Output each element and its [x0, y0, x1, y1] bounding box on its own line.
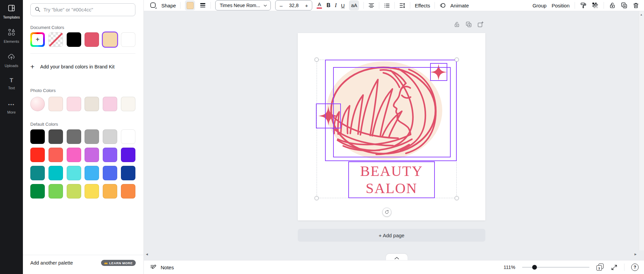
- scroll-right-arrow[interactable]: ▶: [635, 253, 637, 256]
- underline-button[interactable]: U: [341, 3, 345, 8]
- selection-handle-top-right[interactable]: [455, 58, 459, 62]
- italic-button[interactable]: I: [335, 2, 337, 9]
- selection-handle-bottom-right[interactable]: [455, 196, 459, 200]
- color-swatch[interactable]: [67, 166, 81, 180]
- selection-handle-top-left[interactable]: [315, 58, 319, 62]
- color-swatch-black[interactable]: [67, 32, 81, 47]
- color-swatch[interactable]: [85, 129, 99, 144]
- duplicate-page-icon[interactable]: [464, 20, 473, 28]
- add-another-palette-label[interactable]: Add another palette: [30, 260, 73, 266]
- beauty-salon-text[interactable]: BEAUTY SALON: [348, 161, 435, 198]
- color-swatch[interactable]: [85, 184, 99, 199]
- color-swatch-red[interactable]: [85, 32, 99, 47]
- chevron-down-icon: [263, 3, 267, 8]
- color-swatch[interactable]: [49, 166, 63, 180]
- toolbar-separator: [394, 2, 395, 9]
- color-swatch[interactable]: [121, 129, 135, 144]
- animate-icon[interactable]: [439, 2, 446, 9]
- brand-kit-row[interactable]: + Add your brand colors in Brand Kit: [30, 62, 135, 72]
- page-indicator[interactable]: 1: [596, 263, 604, 271]
- scroll-up-arrow[interactable]: ▲: [640, 13, 643, 16]
- color-swatch[interactable]: [30, 166, 45, 180]
- sidebar-item-text[interactable]: T Text: [0, 77, 23, 101]
- lock-icon[interactable]: [609, 2, 616, 9]
- add-page-button[interactable]: + Add page: [298, 229, 485, 242]
- color-search-input[interactable]: [43, 7, 131, 12]
- text-color-bar: [317, 7, 322, 9]
- color-swatch[interactable]: [49, 129, 63, 144]
- font-size-decrease-button[interactable]: –: [276, 3, 287, 8]
- delete-trash-icon[interactable]: [633, 2, 639, 9]
- transparency-icon[interactable]: [592, 2, 599, 9]
- color-swatch[interactable]: [85, 166, 99, 180]
- color-swatch[interactable]: [121, 148, 135, 162]
- group-button[interactable]: Group: [533, 3, 547, 8]
- design-canvas-area[interactable]: ▲ ◀ ▶: [144, 11, 644, 260]
- color-swatch[interactable]: [85, 97, 99, 111]
- color-search-box[interactable]: [30, 3, 135, 16]
- color-swatch[interactable]: [30, 129, 45, 144]
- selection-handle-bottom-left[interactable]: [315, 196, 319, 200]
- text-align-icon[interactable]: [368, 2, 375, 9]
- color-swatch[interactable]: [49, 148, 63, 162]
- rotate-handle[interactable]: [382, 208, 391, 217]
- font-size-increase-button[interactable]: +: [301, 3, 312, 8]
- photo-color-ball[interactable]: [30, 97, 45, 111]
- zoom-slider-knob[interactable]: [532, 265, 537, 270]
- color-swatch[interactable]: [30, 184, 45, 199]
- bullet-list-icon[interactable]: [384, 2, 390, 9]
- color-swatch[interactable]: [103, 148, 117, 162]
- shape-label[interactable]: Shape: [161, 3, 176, 8]
- notes-button[interactable]: Notes: [150, 264, 174, 271]
- lock-page-icon[interactable]: [453, 20, 461, 28]
- color-swatch[interactable]: [30, 148, 45, 162]
- fullscreen-icon[interactable]: [611, 264, 617, 271]
- color-swatch[interactable]: [49, 184, 63, 199]
- color-swatch[interactable]: [67, 97, 81, 111]
- effects-button[interactable]: Effects: [415, 3, 430, 8]
- add-color-button[interactable]: +: [30, 32, 45, 47]
- color-swatch[interactable]: [121, 166, 135, 180]
- color-swatch-peach-selected[interactable]: [103, 32, 117, 47]
- fill-color-button[interactable]: [185, 0, 195, 10]
- zoom-level[interactable]: 111%: [504, 265, 515, 270]
- color-swatch[interactable]: [67, 129, 81, 144]
- zoom-slider[interactable]: [522, 265, 589, 270]
- text-case-button[interactable]: aA: [349, 0, 359, 10]
- color-swatch[interactable]: [121, 184, 135, 199]
- add-page-icon[interactable]: [476, 20, 484, 28]
- vertical-scrollbar[interactable]: [639, 11, 644, 250]
- duplicate-icon[interactable]: [621, 2, 627, 9]
- sidebar-item-uploads[interactable]: Uploads: [0, 53, 23, 77]
- bottom-right-controls: 111% 1 ?: [504, 263, 639, 271]
- no-color-swatch[interactable]: [49, 32, 63, 47]
- learn-more-label: LEARN MORE: [109, 261, 133, 265]
- color-swatch-white[interactable]: [121, 32, 135, 47]
- color-swatch[interactable]: [67, 184, 81, 199]
- scroll-left-arrow[interactable]: ◀: [146, 253, 148, 256]
- color-swatch[interactable]: [103, 97, 117, 111]
- help-button[interactable]: ?: [631, 264, 639, 271]
- sidebar-item-more[interactable]: ••• More: [0, 101, 23, 125]
- animate-label[interactable]: Animate: [450, 3, 469, 8]
- line-spacing-icon[interactable]: [399, 2, 406, 9]
- sidebar-item-elements[interactable]: Elements: [0, 28, 23, 53]
- learn-more-badge[interactable]: LEARN MORE: [101, 260, 136, 266]
- border-style-icon[interactable]: [199, 2, 206, 9]
- sidebar-item-templates[interactable]: Templates: [0, 4, 23, 28]
- text-color-button[interactable]: A: [317, 2, 322, 9]
- copy-style-roller-icon[interactable]: [580, 2, 587, 9]
- font-size-value[interactable]: 32,8: [287, 3, 301, 8]
- color-swatch[interactable]: [49, 97, 63, 111]
- bold-button[interactable]: B: [326, 2, 330, 8]
- position-button[interactable]: Position: [552, 3, 570, 8]
- color-swatch[interactable]: [103, 184, 117, 199]
- color-swatch[interactable]: [103, 166, 117, 180]
- color-swatch[interactable]: [121, 97, 135, 111]
- notes-label: Notes: [161, 265, 174, 270]
- collapse-panel-tab[interactable]: [386, 254, 408, 260]
- color-swatch[interactable]: [67, 148, 81, 162]
- color-swatch[interactable]: [85, 148, 99, 162]
- color-swatch[interactable]: [103, 129, 117, 144]
- font-family-select[interactable]: Times Neue Rom...: [215, 0, 271, 10]
